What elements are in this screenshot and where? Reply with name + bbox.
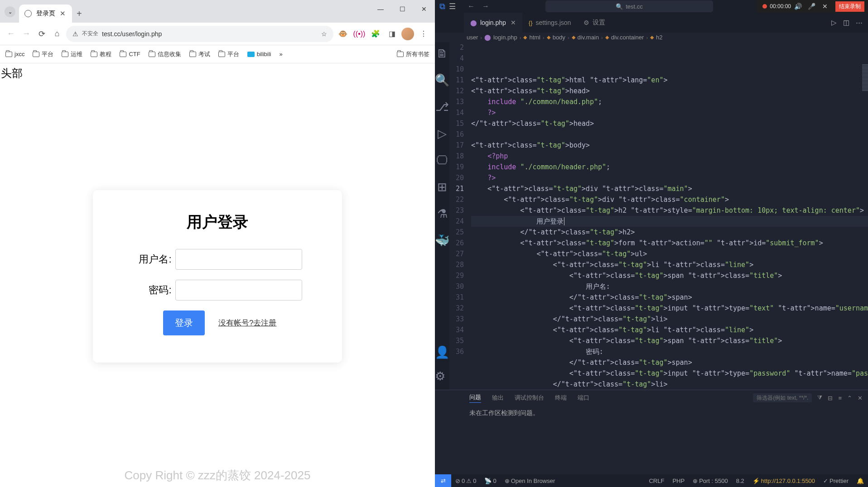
breadcrumbs[interactable]: user› ⬤login.php› ◆html› ◆body› ◆div.mai…	[435, 33, 868, 42]
panel-tab-debug[interactable]: 调试控制台	[515, 394, 544, 402]
bookmark-item[interactable]: jxcc	[5, 51, 24, 57]
folder-icon	[120, 52, 126, 57]
all-bookmarks[interactable]: 所有书签	[397, 50, 429, 58]
password-label: 密码:	[133, 283, 172, 297]
status-version[interactable]: 8.2	[732, 477, 748, 484]
run-debug-icon[interactable]: ▷	[438, 127, 447, 141]
avatar[interactable]	[401, 28, 414, 40]
more-bookmarks[interactable]: »	[279, 51, 282, 57]
extensions-icon[interactable]: 🧩	[369, 27, 382, 41]
docker-icon[interactable]: 🐳	[435, 234, 449, 248]
bookmark-item[interactable]: 教程	[91, 50, 111, 58]
status-eol[interactable]: CRLF	[645, 477, 668, 484]
panel-tabs: 问题 输出 调试控制台 终端 端口 ⧩ ⊟ ≡ ⌃ ✕	[435, 390, 868, 406]
status-open-browser[interactable]: ⊕ Open In Browser	[501, 477, 559, 484]
tab-search-icon[interactable]: ⌄	[5, 6, 15, 17]
bookmarks-bar: jxcc 平台 运维 教程 CTF 信息收集 考试 平台 bilibili » …	[0, 45, 435, 63]
speaker-icon[interactable]: 🔊	[791, 0, 805, 13]
minimap[interactable]	[860, 42, 868, 124]
filter-input[interactable]	[753, 393, 812, 402]
ext-icon-2[interactable]: ((•))	[352, 27, 366, 41]
testing-icon[interactable]: ⚗	[437, 207, 448, 221]
remote-button[interactable]: ⇄	[435, 474, 451, 487]
collapse-icon[interactable]: ⊟	[828, 395, 833, 401]
remote-icon[interactable]: 🖵	[436, 153, 448, 167]
folder-icon	[62, 52, 68, 57]
run-icon[interactable]: ▷	[831, 19, 837, 27]
search-icon[interactable]: 🔍	[435, 73, 449, 87]
extensions-icon[interactable]: ⊞	[437, 180, 447, 194]
bookmark-bili[interactable]: bilibili	[247, 51, 271, 57]
status-lang[interactable]: PHP	[668, 477, 689, 484]
sidepanel-icon[interactable]: ◨	[385, 27, 399, 41]
tab-login-php[interactable]: ⬤ login.php ✕	[464, 13, 522, 33]
username-input[interactable]	[175, 249, 302, 270]
nav-forward-icon[interactable]: →	[482, 2, 489, 10]
bookmark-item[interactable]: 考试	[189, 50, 210, 58]
star-icon[interactable]: ☆	[321, 30, 327, 38]
close-tab-icon[interactable]: ✕	[511, 19, 516, 26]
tab-settings-json[interactable]: {} settings.json	[522, 13, 578, 33]
status-errors[interactable]: ⊘ 0 ⚠ 0	[451, 477, 480, 484]
ext-icon-1[interactable]: 🐵	[336, 27, 350, 41]
home-button[interactable]: ⌂	[51, 28, 63, 40]
close-window-button[interactable]: ✕	[413, 0, 435, 18]
source-control-icon[interactable]: ⎇	[435, 100, 449, 114]
more-icon[interactable]: ⋯	[856, 19, 863, 27]
tab-settings[interactable]: ⚙ 设置	[577, 13, 612, 33]
username-label: 用户名:	[133, 253, 172, 266]
command-search[interactable]: 🔍 test.cc	[545, 0, 713, 12]
stop-record-button[interactable]: 结束录制	[835, 1, 864, 12]
bookmark-item[interactable]: 平台	[33, 50, 53, 58]
close-tab-icon[interactable]: ✕	[60, 10, 66, 18]
url-text: test.cc/user/login.php	[102, 30, 162, 38]
settings-icon[interactable]: ⚙	[435, 369, 449, 383]
mic-icon[interactable]: 🎤	[805, 0, 818, 13]
status-port[interactable]: ⊕ Port : 5500	[689, 477, 732, 484]
status-bell-icon[interactable]: 🔔	[853, 477, 868, 484]
chevron-up-icon[interactable]: ⌃	[847, 395, 852, 401]
panel-tab-problems[interactable]: 问题	[469, 393, 481, 403]
status-url[interactable]: ⚡ http://127.0.0.1:5500	[748, 477, 819, 484]
browser-tab[interactable]: 登录页 ✕	[19, 5, 72, 23]
hamburger-icon[interactable]: ☰	[449, 2, 456, 11]
minimize-button[interactable]: —	[370, 0, 391, 18]
code-editor[interactable]: 2410111213141516171819202122232425262728…	[449, 42, 868, 390]
record-dot-icon	[762, 4, 767, 9]
close-panel-icon[interactable]: ✕	[858, 395, 863, 401]
globe-icon	[24, 10, 32, 17]
close-icon[interactable]: ✕	[818, 0, 832, 13]
panel-content: 未在工作区检测到问题。	[435, 406, 868, 417]
filter-icon[interactable]: ⧩	[817, 394, 822, 401]
status-prettier[interactable]: ✓ Prettier	[819, 477, 853, 484]
code-area[interactable]: <"t-attr">class="t-tag">html "t-attr">la…	[471, 42, 868, 390]
bookmark-item[interactable]: 平台	[218, 50, 239, 58]
bookmark-item[interactable]: 运维	[62, 50, 82, 58]
forward-button[interactable]: →	[20, 28, 33, 40]
split-icon[interactable]: ◫	[843, 19, 849, 27]
nav-back-icon[interactable]: ←	[468, 2, 475, 10]
panel-tab-terminal[interactable]: 终端	[555, 394, 567, 402]
reload-button[interactable]: ⟳	[35, 28, 48, 40]
register-link[interactable]: 没有帐号?去注册	[218, 318, 276, 328]
maximize-button[interactable]: ☐	[391, 0, 413, 18]
login-button[interactable]: 登录	[163, 310, 205, 335]
url-capsule[interactable]: ⚠ 不安全 test.cc/user/login.php ☆	[66, 26, 333, 42]
list-icon[interactable]: ≡	[838, 395, 842, 401]
not-secure-label: 不安全	[82, 30, 98, 38]
status-ports[interactable]: 📡 0	[480, 477, 500, 484]
new-tab-button[interactable]: +	[77, 9, 82, 19]
panel-tab-output[interactable]: 输出	[492, 394, 504, 402]
warning-icon: ⚠	[72, 30, 78, 38]
bookmark-item[interactable]: 信息收集	[149, 50, 181, 58]
json-icon: {}	[529, 19, 533, 26]
back-button[interactable]: ←	[5, 28, 17, 40]
recording-bar: 00:00:00 🔊 🎤 ✕ 结束录制	[757, 0, 868, 13]
vscode-window: ⧉ ☰ ← → 🔍 test.cc ◫ ⊟ ▥ ⊞ ⬤ login.php ✕ …	[435, 0, 868, 487]
explorer-icon[interactable]: 🗎	[436, 47, 448, 61]
password-input[interactable]	[175, 280, 302, 301]
panel-tab-ports[interactable]: 端口	[578, 394, 589, 402]
menu-icon[interactable]: ⋮	[417, 27, 430, 41]
account-icon[interactable]: 👤	[435, 345, 449, 359]
bookmark-item[interactable]: CTF	[120, 51, 140, 57]
